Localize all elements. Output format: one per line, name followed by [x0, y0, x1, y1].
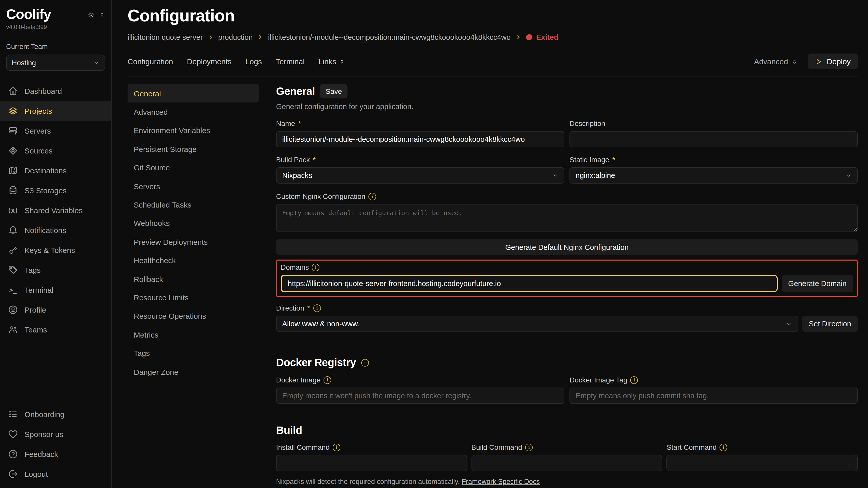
- generate-nginx-button[interactable]: Generate Default Nginx Configuration: [276, 239, 858, 255]
- required-asterisk: *: [612, 156, 615, 164]
- tab-deployments[interactable]: Deployments: [187, 57, 231, 66]
- config-nav-servers[interactable]: Servers: [128, 177, 259, 196]
- breadcrumb-project[interactable]: illicitonion quote server: [128, 33, 203, 41]
- general-form: General Save General configuration for y…: [276, 84, 858, 488]
- docker-image-tag-input[interactable]: [569, 388, 858, 404]
- sidebar-item-servers[interactable]: Servers: [0, 121, 111, 141]
- sidebar-item-dashboard[interactable]: Dashboard: [0, 81, 111, 101]
- chevron-right-icon: [257, 34, 263, 40]
- tabbar: Configuration Deployments Logs Terminal …: [128, 54, 858, 76]
- deploy-button[interactable]: Deploy: [808, 54, 858, 69]
- set-direction-button[interactable]: Set Direction: [802, 316, 858, 332]
- start-command-input[interactable]: [667, 455, 858, 471]
- sidebar-item-profile[interactable]: Profile: [0, 300, 111, 320]
- config-nav-webhooks[interactable]: Webhooks: [128, 214, 259, 232]
- users-icon: [8, 325, 18, 334]
- custom-nginx-textarea[interactable]: [276, 204, 858, 232]
- info-icon: [361, 359, 369, 366]
- config-nav-resource-operations[interactable]: Resource Operations: [128, 307, 259, 325]
- tab-configuration[interactable]: Configuration: [128, 57, 173, 66]
- user-circle-icon: [8, 305, 18, 315]
- direction-select[interactable]: Allow www & non-www.: [276, 316, 798, 332]
- config-nav-metrics[interactable]: Metrics: [128, 325, 259, 344]
- name-input[interactable]: [276, 131, 564, 148]
- chevron-down-icon: [93, 60, 99, 66]
- advanced-dropdown[interactable]: Advanced: [754, 57, 798, 66]
- domains-input[interactable]: [281, 275, 777, 292]
- sidebar-footer: Onboarding Sponsor us Feedback Logout: [0, 404, 111, 488]
- save-button[interactable]: Save: [320, 84, 347, 98]
- config-nav-scheduled-tasks[interactable]: Scheduled Tasks: [128, 196, 259, 214]
- layers-icon: [8, 106, 18, 116]
- build-pack-select[interactable]: Nixpacks: [276, 167, 564, 184]
- description-input[interactable]: [569, 131, 858, 148]
- tab-links[interactable]: Links: [318, 57, 345, 66]
- required-asterisk: *: [298, 119, 301, 128]
- status-dot-icon: [526, 34, 532, 40]
- app-version: v4.0.0-beta.399: [6, 24, 105, 30]
- info-icon: [323, 376, 331, 384]
- config-nav-persistent-storage[interactable]: Persistent Storage: [128, 140, 259, 158]
- chevrons-up-down-icon: [792, 58, 798, 65]
- docker-image-input[interactable]: [276, 388, 564, 404]
- breadcrumb-resource[interactable]: illicitestonion/-module--decomposition:m…: [268, 33, 510, 41]
- install-command-label: Install Command: [276, 443, 330, 451]
- config-nav-healthcheck[interactable]: Healthcheck: [128, 251, 259, 270]
- config-nav-git-source[interactable]: Git Source: [128, 158, 259, 177]
- build-command-input[interactable]: [471, 455, 662, 471]
- static-image-select[interactable]: nginx:alpine: [569, 167, 858, 184]
- checklist-icon: [8, 410, 18, 419]
- config-nav-general[interactable]: General: [128, 84, 259, 103]
- sidebar-item-feedback[interactable]: Feedback: [0, 444, 111, 464]
- home-icon: [8, 86, 18, 96]
- section-subtitle: General configuration for your applicati…: [276, 102, 858, 111]
- sidebar-item-projects[interactable]: Projects: [0, 101, 111, 121]
- sidebar-item-logout[interactable]: Logout: [0, 464, 111, 484]
- sidebar-item-destinations[interactable]: Destinations: [0, 161, 111, 181]
- server-icon: [8, 126, 18, 136]
- info-icon: [368, 193, 376, 200]
- main-content: Configuration illicitonion quote server …: [112, 0, 868, 488]
- config-nav-preview-deployments[interactable]: Preview Deployments: [128, 232, 259, 251]
- sidebar-item-sources[interactable]: Sources: [0, 141, 111, 161]
- page-title: Configuration: [128, 6, 858, 26]
- sidebar-item-sponsor-us[interactable]: Sponsor us: [0, 424, 111, 444]
- team-select[interactable]: Hosting: [6, 55, 105, 71]
- description-label: Description: [569, 119, 605, 128]
- chevron-right-icon: [515, 34, 521, 40]
- config-nav-advanced[interactable]: Advanced: [128, 103, 259, 121]
- generate-domain-button[interactable]: Generate Domain: [781, 275, 853, 292]
- sidebar-item-onboarding[interactable]: Onboarding: [0, 404, 111, 424]
- app-title: Coolify: [6, 7, 51, 23]
- breadcrumb: illicitonion quote server production ill…: [128, 33, 858, 41]
- sidebar-item-s3-storages[interactable]: S3 Storages: [0, 181, 111, 200]
- config-nav-danger-zone[interactable]: Danger Zone: [128, 363, 259, 381]
- sidebar-item-notifications[interactable]: Notifications: [0, 220, 111, 240]
- sidebar-item-shared-variables[interactable]: (x) Shared Variables: [0, 200, 111, 220]
- info-icon: [333, 444, 340, 451]
- sidebar: Coolify v4.0.0-beta.399 Current Team Hos…: [0, 0, 112, 488]
- info-icon: [312, 263, 320, 271]
- sidebar-item-teams[interactable]: Teams: [0, 320, 111, 339]
- chevrons-up-down-icon[interactable]: [99, 11, 105, 18]
- bell-icon: [8, 225, 18, 235]
- section-title-docker-registry: Docker Registry: [276, 356, 356, 369]
- install-command-input[interactable]: [276, 455, 467, 471]
- sidebar-item-keys-tokens[interactable]: Keys & Tokens: [0, 240, 111, 260]
- config-nav-environment-variables[interactable]: Environment Variables: [128, 121, 259, 140]
- build-command-label: Build Command: [471, 443, 522, 451]
- sidebar-item-terminal[interactable]: >_ Terminal: [0, 280, 111, 300]
- tab-terminal[interactable]: Terminal: [276, 57, 305, 66]
- breadcrumb-environment[interactable]: production: [218, 33, 253, 41]
- required-asterisk: *: [313, 156, 316, 164]
- framework-docs-link[interactable]: Framework Specific Docs: [462, 478, 539, 485]
- sidebar-item-tags[interactable]: Tags: [0, 260, 111, 280]
- theme-toggle-icon[interactable]: [87, 11, 94, 18]
- chevrons-up-down-icon: [339, 58, 345, 65]
- config-nav-tags[interactable]: Tags: [128, 344, 259, 363]
- config-nav-resource-limits[interactable]: Resource Limits: [128, 288, 259, 307]
- tab-logs[interactable]: Logs: [245, 57, 262, 66]
- status-text: Exited: [536, 33, 558, 41]
- tags-icon: [8, 265, 18, 275]
- config-nav-rollback[interactable]: Rollback: [128, 270, 259, 288]
